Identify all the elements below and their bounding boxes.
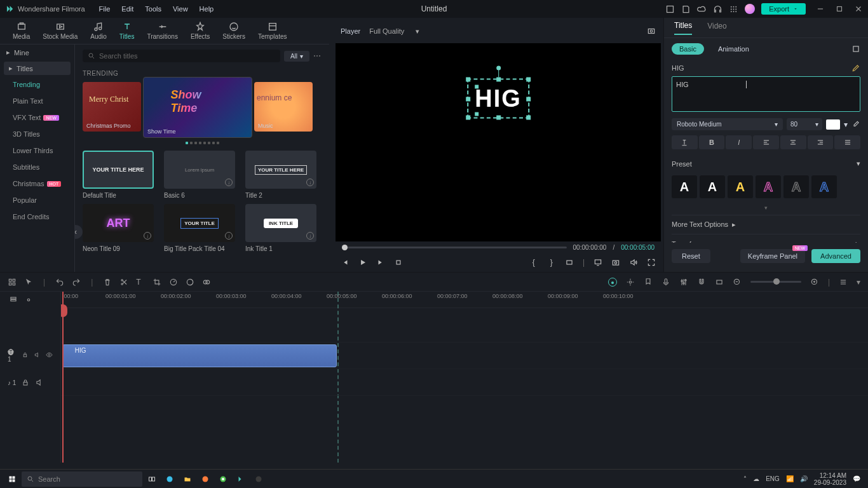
- apps-icon[interactable]: [729, 4, 738, 14]
- mixer-icon[interactable]: [679, 278, 688, 287]
- download-icon[interactable]: ↓: [306, 232, 314, 240]
- zoom-in-icon[interactable]: [810, 278, 819, 287]
- edit-icon[interactable]: [851, 64, 860, 72]
- explorer-icon[interactable]: [179, 471, 196, 487]
- card-default-title[interactable]: YOUR TITLE HEREDefault Title: [83, 151, 154, 199]
- card-ink[interactable]: INK TITLE↓Ink Title 1: [245, 204, 316, 252]
- side-titles[interactable]: ▸Titles: [4, 62, 71, 75]
- cat-lower[interactable]: Lower Thirds: [0, 142, 74, 159]
- save-icon[interactable]: [681, 4, 691, 14]
- filmora-task-icon[interactable]: [233, 471, 249, 487]
- volume-icon[interactable]: [629, 258, 638, 267]
- color-swatch[interactable]: [826, 119, 840, 130]
- rotate-handle[interactable]: [496, 66, 501, 71]
- lang-indicator[interactable]: ENG: [766, 475, 780, 482]
- filter-all[interactable]: All▾: [284, 51, 309, 62]
- prop-tab-video[interactable]: Video: [707, 22, 726, 34]
- text-icon[interactable]: T: [136, 278, 145, 287]
- edge-icon[interactable]: [161, 471, 178, 487]
- preset-3[interactable]: A: [728, 175, 753, 198]
- timeline-ruler[interactable]: :00:00 00:00:01:00 00:00:02:00 00:00:03:…: [61, 292, 868, 308]
- cat-3d[interactable]: 3D Titles: [0, 126, 74, 142]
- align-justify-button[interactable]: [834, 135, 860, 149]
- tab-titles[interactable]: Titles: [119, 22, 135, 40]
- zoom-head[interactable]: [773, 278, 780, 285]
- headphones-icon[interactable]: [713, 4, 722, 14]
- text-input[interactable]: HIG: [672, 76, 860, 112]
- audio-track[interactable]: [61, 369, 868, 396]
- minimize-icon[interactable]: [816, 4, 825, 13]
- lock-icon[interactable]: [21, 378, 30, 387]
- resize-handle[interactable]: [496, 116, 501, 120]
- pager-dots[interactable]: [83, 142, 322, 144]
- speed-icon[interactable]: [169, 278, 178, 287]
- card-bigtitle[interactable]: YOUR TITLE↓Big Title Pack Title 04: [164, 204, 235, 252]
- export-button[interactable]: Export: [761, 3, 806, 15]
- cat-subtitles[interactable]: Subtitles: [0, 159, 74, 175]
- size-select[interactable]: 80▾: [787, 118, 822, 130]
- scrubber-head[interactable]: [342, 245, 348, 250]
- tab-media[interactable]: Media: [13, 22, 30, 40]
- playhead[interactable]: [62, 292, 64, 463]
- fullscreen-icon[interactable]: [647, 258, 656, 267]
- cat-christmas[interactable]: ChristmasHOT: [0, 175, 74, 192]
- panel-menu-icon[interactable]: [851, 44, 860, 53]
- preset-expand[interactable]: ▾: [672, 205, 860, 211]
- lock-icon[interactable]: [22, 351, 29, 360]
- more-text-options[interactable]: More Text Options ▸: [672, 215, 860, 234]
- more-icon[interactable]: ⋯: [313, 51, 322, 60]
- menu-view[interactable]: View: [173, 5, 188, 13]
- resize-handle[interactable]: [466, 78, 470, 82]
- preset-6[interactable]: A: [811, 175, 837, 198]
- tracks-icon[interactable]: [9, 295, 18, 304]
- resize-handle[interactable]: [466, 97, 470, 101]
- zoom-out-icon[interactable]: [733, 278, 742, 287]
- thumb-showtime[interactable]: Show TimeShow Time: [143, 77, 252, 138]
- tab-stickers[interactable]: Stickers: [222, 22, 245, 40]
- task-view-icon[interactable]: [144, 471, 160, 487]
- menu-file[interactable]: File: [99, 5, 111, 13]
- obs-icon[interactable]: [250, 471, 267, 487]
- cat-plain[interactable]: Plain Text: [0, 93, 74, 109]
- grid-icon[interactable]: [8, 278, 17, 287]
- clock[interactable]: 12:14 AM 29-09-2023: [814, 472, 846, 486]
- preset-5[interactable]: A: [783, 175, 809, 198]
- advanced-button[interactable]: Advanced: [811, 249, 860, 263]
- menu-tools[interactable]: Tools: [145, 5, 161, 13]
- split-icon[interactable]: [119, 278, 128, 287]
- subtab-basic[interactable]: Basic: [672, 43, 704, 55]
- taskbar-search[interactable]: Search: [22, 471, 142, 487]
- user-avatar[interactable]: [745, 4, 755, 14]
- resize-handle[interactable]: [466, 116, 470, 120]
- side-mine[interactable]: ▸Mine: [0, 44, 74, 60]
- layout-icon[interactable]: [665, 4, 675, 14]
- card-title2[interactable]: YOUR TITLE HERE↓Title 2: [245, 151, 316, 199]
- tab-audio[interactable]: Audio: [90, 22, 107, 40]
- mute-icon[interactable]: [35, 378, 44, 387]
- snapshot-icon[interactable]: [647, 27, 656, 36]
- tab-stock[interactable]: Stock Media: [43, 22, 78, 40]
- card-neon[interactable]: ART↓Neon Title 09: [83, 204, 154, 252]
- preset-1[interactable]: A: [672, 175, 697, 198]
- download-icon[interactable]: ↓: [144, 232, 151, 240]
- wifi-icon[interactable]: 📶: [786, 475, 794, 482]
- cursor-icon[interactable]: [24, 278, 33, 287]
- link-tracks-icon[interactable]: [24, 295, 33, 304]
- mark-out-icon[interactable]: }: [547, 258, 556, 267]
- align-center-button[interactable]: [780, 135, 806, 149]
- search-input[interactable]: Search titles: [83, 50, 280, 62]
- menu-edit[interactable]: Edit: [121, 5, 133, 13]
- play-icon[interactable]: [358, 258, 367, 267]
- text-track[interactable]: HIG: [61, 342, 868, 369]
- download-icon[interactable]: ↓: [225, 232, 233, 240]
- resize-handle[interactable]: [526, 116, 531, 120]
- adjust-icon[interactable]: [626, 278, 635, 287]
- preset-4[interactable]: A: [756, 175, 781, 198]
- onedrive-icon[interactable]: ☁: [753, 475, 759, 482]
- thumb-ennium[interactable]: ennium ceMusic: [254, 82, 313, 132]
- italic-button[interactable]: I: [726, 135, 752, 149]
- back-button[interactable]: ‹: [75, 225, 83, 239]
- text-bounding-box[interactable]: HIG: [467, 79, 529, 119]
- transform-section[interactable]: Transform ▾◇: [672, 234, 860, 243]
- title-clip[interactable]: HIG: [62, 344, 337, 367]
